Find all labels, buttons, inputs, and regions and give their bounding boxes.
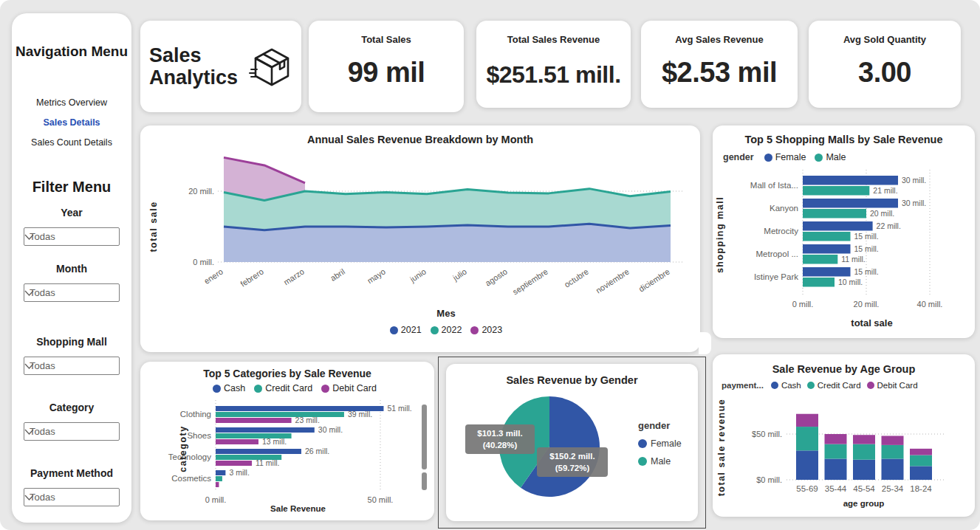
payment-method-dropdown[interactable]: Todas	[24, 488, 120, 506]
bar-value-label: 15 mill.	[854, 267, 879, 276]
bar-cash-2[interactable]	[216, 449, 301, 454]
stack-segment-cash-3[interactable]	[882, 458, 904, 480]
nav-menu-title: Navigation Menu	[12, 43, 131, 61]
bar-female-4[interactable]	[803, 267, 851, 277]
month-label: julio	[450, 267, 468, 283]
month-label: noviembre	[594, 267, 631, 295]
bar-debit-card-3[interactable]	[216, 482, 219, 487]
scrollbar-thumb[interactable]	[422, 405, 427, 469]
month-label: febrero	[239, 267, 265, 289]
bar-cash-3[interactable]	[216, 470, 225, 475]
stack-segment-debit-card-0[interactable]	[796, 414, 818, 427]
sidebar-item-sales-count-details[interactable]: Sales Count Details	[12, 137, 131, 148]
area-series-2021[interactable]	[224, 224, 671, 262]
legend-item-male[interactable]: Male	[638, 456, 682, 467]
legend-label: 2023	[482, 325, 502, 335]
legend-item-female[interactable]: Female	[764, 152, 806, 162]
legend-item-2022[interactable]: 2022	[431, 325, 462, 335]
stack-segment-cash-2[interactable]	[853, 460, 875, 480]
bar-female-1[interactable]	[803, 199, 898, 208]
filter-label-category: Category	[12, 402, 131, 413]
decor-card-fragment	[699, 332, 711, 354]
category-dropdown[interactable]: Todas	[24, 422, 120, 441]
category-label: 25-34	[882, 484, 904, 493]
stack-segment-cash-1[interactable]	[825, 458, 847, 480]
stack-segment-debit-card-4[interactable]	[910, 449, 932, 455]
bar-debit-card-1[interactable]	[216, 439, 258, 444]
legend-item-male[interactable]: Male	[815, 152, 846, 162]
legend-dot	[764, 154, 772, 162]
kpi-value: $251.51 mill.	[476, 61, 631, 89]
sidebar-item-metrics-overview[interactable]: Metrics Overview	[12, 97, 131, 108]
bar-male-0[interactable]	[803, 186, 869, 196]
pie-visual-selection-border[interactable]: Sales Revenue by Gender $101.3 mill.(40.…	[438, 357, 706, 529]
kpi-value: $2.53 mil	[641, 57, 798, 89]
month-dropdown[interactable]: Todas	[24, 283, 120, 302]
bar-male-1[interactable]	[803, 209, 866, 218]
legend-label: Female	[651, 438, 682, 449]
bar-debit-card-0[interactable]	[216, 418, 292, 423]
bar-cash-1[interactable]	[216, 427, 315, 433]
bar-credit-card-3[interactable]	[216, 476, 222, 481]
bar-credit-card-0[interactable]	[216, 412, 344, 417]
stack-segment-cash-4[interactable]	[910, 466, 932, 480]
bar-female-2[interactable]	[803, 221, 873, 231]
legend-dot	[470, 326, 479, 334]
legend-item-2023[interactable]: 2023	[470, 325, 502, 335]
stack-segment-credit-card-0[interactable]	[796, 427, 818, 450]
age-chart-legend: payment...CashCredit CardDebit Card	[722, 381, 918, 390]
age-xaxis-title: age group	[713, 499, 975, 508]
bar-male-4[interactable]	[803, 278, 835, 287]
stack-segment-debit-card-3[interactable]	[882, 436, 904, 444]
category-label: Technology	[168, 452, 211, 461]
malls-chart-plot: 30 mill.21 mill.Mall of Ista...30 mill.2…	[713, 168, 975, 313]
shopping-mall-dropdown[interactable]: Todas	[24, 357, 120, 375]
year-dropdown[interactable]: Todas	[24, 227, 120, 246]
logo-card: SalesAnalytics	[140, 21, 301, 112]
legend-item-credit-card[interactable]: Credit Card	[807, 381, 861, 390]
legend-label: Credit Card	[265, 383, 312, 393]
chevron-down-icon	[24, 234, 34, 240]
legend-item-debit-card[interactable]: Debit Card	[321, 383, 377, 393]
legend-label: 2021	[401, 325, 422, 335]
sidebar-item-sales-details[interactable]: Sales Details	[12, 117, 131, 128]
malls-chart-title: Top 5 Shopping Malls by Sale Revenue	[713, 125, 975, 145]
legend-item-debit-card[interactable]: Debit Card	[867, 381, 918, 390]
filter-label-shopping-mall: Shopping Mall	[12, 336, 131, 348]
category-label: 35-44	[825, 484, 847, 493]
bar-value-label: 11 mill.	[256, 458, 279, 467]
legend-item-cash[interactable]: Cash	[771, 381, 801, 390]
filter-label-payment-method: Payment Method	[12, 467, 131, 479]
bar-female-3[interactable]	[803, 244, 851, 254]
xtick-label: 50 mill.	[368, 495, 394, 504]
bar-debit-card-2[interactable]	[216, 461, 252, 466]
bar-value-label: 10 mill.	[838, 278, 863, 286]
pie-legend-title: gender	[638, 420, 682, 431]
stack-segment-credit-card-3[interactable]	[882, 445, 904, 459]
bar-male-2[interactable]	[803, 232, 851, 241]
legend-item-2021[interactable]: 2021	[390, 325, 422, 335]
stack-segment-cash-0[interactable]	[796, 450, 818, 480]
age-group-chart-card: Sale Revenue by Age Group payment...Cash…	[713, 354, 975, 517]
legend-dot	[867, 382, 874, 389]
bar-female-0[interactable]	[803, 176, 898, 185]
scrollbar-thumb[interactable]	[422, 472, 427, 490]
stack-segment-debit-card-1[interactable]	[825, 434, 847, 444]
stack-segment-debit-card-2[interactable]	[853, 435, 875, 444]
stack-segment-credit-card-2[interactable]	[853, 444, 875, 460]
bar-male-3[interactable]	[803, 255, 837, 264]
stack-segment-credit-card-4[interactable]	[910, 455, 932, 467]
kpi-card-total-sales-revenue: Total Sales Revenue $251.51 mill.	[476, 21, 631, 108]
gender-pie-card: Sales Revenue by Gender $101.3 mill.(40.…	[446, 364, 698, 521]
legend-dot	[390, 326, 398, 334]
legend-item-female[interactable]: Female	[638, 438, 682, 449]
dashboard-page: Navigation Menu Metrics Overview Sales D…	[0, 0, 980, 530]
bar-value-label: 15 mill.	[854, 244, 879, 253]
malls-xaxis-title: total sale	[713, 317, 975, 328]
category-label: 18-24	[910, 484, 932, 493]
kpi-value: 99 mil	[309, 57, 464, 89]
legend-item-credit-card[interactable]: Credit Card	[254, 383, 312, 393]
legend-item-cash[interactable]: Cash	[213, 383, 245, 393]
stack-segment-credit-card-1[interactable]	[825, 444, 847, 459]
kpi-title: Total Sales Revenue	[476, 34, 631, 45]
